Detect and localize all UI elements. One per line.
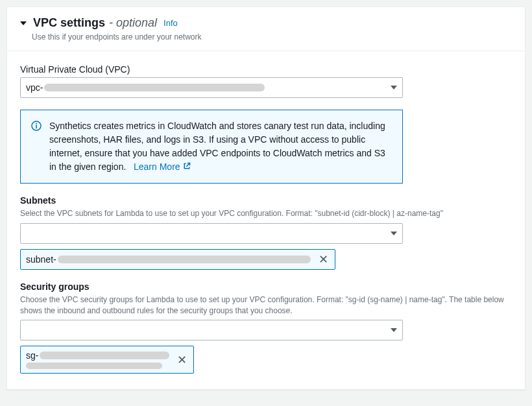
vpc-select[interactable]: vpc- <box>20 77 403 98</box>
security-groups-label: Security groups <box>20 281 512 292</box>
token-prefix: subnet- <box>26 254 56 265</box>
token-row: subnet- <box>26 254 311 265</box>
vpc-info-alert: Synthetics creates metrics in CloudWatch… <box>20 110 403 184</box>
panel-header[interactable]: VPC settings - optional Info Use this if… <box>7 7 525 51</box>
chevron-down-icon <box>391 232 397 235</box>
panel-title-row: VPC settings - optional Info <box>20 16 512 30</box>
token-content: subnet- <box>26 254 311 265</box>
vpc-select-value: vpc- <box>26 82 391 93</box>
chevron-down-icon <box>391 86 397 90</box>
redacted-value <box>26 363 162 369</box>
redacted-value <box>58 256 311 263</box>
panel-title-optional: - optional <box>109 16 157 30</box>
alert-text: Synthetics creates metrics in CloudWatch… <box>49 119 392 174</box>
remove-subnet-button[interactable]: ✕ <box>317 254 330 265</box>
alert-body: Synthetics creates metrics in CloudWatch… <box>49 121 385 172</box>
token-content: sg- <box>26 350 169 369</box>
caret-down-icon <box>20 21 27 25</box>
subnet-token: subnet- ✕ <box>20 249 335 270</box>
token-row: sg- <box>26 350 169 361</box>
subnets-field: Subnets Select the VPC subnets for Lambd… <box>20 195 512 270</box>
svg-point-1 <box>36 123 37 125</box>
security-groups-help: Choose the VPC security groups for Lambd… <box>20 294 512 316</box>
svg-rect-2 <box>36 125 37 129</box>
panel-subtitle: Use this if your endpoints are under you… <box>32 32 512 42</box>
security-groups-field: Security groups Choose the VPC security … <box>20 281 512 374</box>
token-prefix: sg- <box>26 350 38 361</box>
vpc-label: Virtual Private Cloud (VPC) <box>20 64 512 75</box>
token-row-secondary <box>26 363 169 369</box>
subnets-help: Select the VPC subnets for Lambda to use… <box>20 208 512 219</box>
security-groups-select[interactable] <box>20 320 403 340</box>
info-circle-icon <box>31 121 42 131</box>
remove-security-group-button[interactable]: ✕ <box>176 354 188 366</box>
redacted-value <box>40 352 169 359</box>
learn-more-label: Learn More <box>134 160 180 174</box>
redacted-value <box>44 84 265 91</box>
info-link[interactable]: Info <box>163 18 178 28</box>
vpc-settings-panel: VPC settings - optional Info Use this if… <box>6 6 526 390</box>
chevron-down-icon <box>391 328 397 332</box>
learn-more-link[interactable]: Learn More <box>134 160 191 174</box>
subnets-select[interactable] <box>20 223 403 244</box>
panel-title: VPC settings <box>33 16 105 30</box>
subnets-label: Subnets <box>20 195 512 206</box>
vpc-value-prefix: vpc- <box>26 82 43 93</box>
external-link-icon <box>183 160 191 174</box>
vpc-field: Virtual Private Cloud (VPC) vpc- Synthet… <box>20 64 512 184</box>
security-group-token: sg- ✕ <box>20 346 194 374</box>
panel-body: Virtual Private Cloud (VPC) vpc- Synthet… <box>7 51 525 389</box>
